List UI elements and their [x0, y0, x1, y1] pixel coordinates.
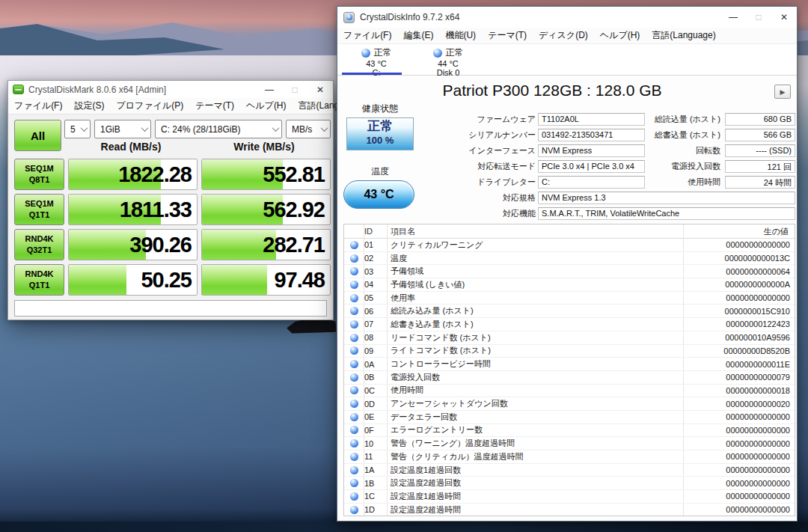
status-orb-icon: [350, 281, 358, 289]
status-orb-icon: [350, 254, 358, 263]
smart-attr-name: 設定温度1超過時間: [388, 491, 683, 502]
smart-attr-raw-value: 0000000015C910: [684, 307, 795, 316]
field-label: ファームウェア: [337, 114, 536, 125]
maximize-button[interactable]: □: [282, 85, 307, 95]
read-result-cell: 50.25: [68, 264, 198, 296]
menu-help[interactable]: ヘルプ(H): [240, 97, 293, 114]
smart-row: 0B 電源投入回数 00000000000079: [344, 371, 795, 385]
host-writes-value: 566 GB: [725, 129, 795, 141]
close-button[interactable]: ✕: [771, 12, 797, 22]
drive-letter-value: C:: [538, 176, 645, 189]
diskmark-titlebar[interactable]: CrystalDiskMark 8.0.6 x64 [Admin] — □ ✕: [8, 81, 333, 98]
diskinfo-window: CrystalDiskInfo 9.7.2 x64 — □ ✕ ファイル(F) …: [337, 6, 798, 522]
field-label: 使用時間: [647, 177, 720, 188]
run-all-button[interactable]: All: [14, 120, 61, 151]
diskinfo-app-icon: [343, 12, 355, 23]
write-result-cell: 562.92: [201, 194, 331, 225]
write-result-cell: 97.48: [201, 264, 331, 296]
write-value: 97.48: [274, 265, 325, 295]
run-rnd4k-q32t1-button[interactable]: RND4K Q32T1: [14, 229, 64, 260]
status-orb-icon: [350, 466, 358, 474]
smart-attr-id: 0D: [364, 400, 387, 409]
run-seq1m-q1t1-button[interactable]: SEQ1M Q1T1: [14, 194, 64, 225]
unit-select[interactable]: MB/s: [286, 120, 331, 138]
menu-edit[interactable]: 編集(E): [397, 27, 439, 44]
status-orb-icon: [350, 492, 358, 501]
smart-row: 0A コントローラービジー時間 0000000000011E: [344, 358, 795, 371]
smart-attr-id: 0C: [364, 386, 387, 395]
diskinfo-menubar: ファイル(F) 編集(E) 機能(U) テーマ(T) ディスク(D) ヘルプ(H…: [337, 28, 797, 44]
minimize-button[interactable]: —: [720, 12, 746, 22]
menu-settings[interactable]: 設定(S): [68, 97, 110, 114]
bench-row-seq1m-q1t1: SEQ1M Q1T1 1811.33 562.92: [14, 194, 331, 225]
diskinfo-titlebar[interactable]: CrystalDiskInfo 9.7.2 x64 — □ ✕: [337, 7, 797, 28]
menu-theme[interactable]: テーマ(T): [189, 97, 240, 114]
test-count-select[interactable]: 5: [64, 120, 91, 138]
field-label: 電源投入回数: [647, 161, 720, 172]
run-rnd4k-q1t1-button[interactable]: RND4K Q1T1: [14, 264, 64, 296]
smart-row: 1D 設定温度2超過時間 00000000000000: [344, 504, 795, 516]
close-button[interactable]: ✕: [307, 85, 333, 95]
menu-language[interactable]: 言語(Language): [646, 27, 721, 44]
smart-attr-id: 1C: [364, 492, 387, 501]
bench-row-rnd4k-q1t1: RND4K Q1T1 50.25 97.48: [14, 264, 331, 296]
drive-tab-disk0[interactable]: 正常 44 °C Disk 0: [412, 44, 484, 75]
menu-file[interactable]: ファイル(F): [337, 27, 397, 44]
smart-attr-id: 07: [364, 319, 387, 328]
maximize-button[interactable]: □: [746, 12, 771, 22]
status-box[interactable]: [14, 300, 327, 317]
firmware-value: T1102A0L: [538, 113, 645, 126]
drive-tab-c[interactable]: 正常 43 °C C:: [340, 44, 412, 75]
field-label: 回転数: [647, 145, 720, 156]
smart-attr-raw-value: 00000000000000: [684, 505, 795, 514]
smart-attr-raw-value: 00000000000000: [684, 293, 795, 302]
status-orb-icon: [350, 506, 358, 514]
menu-function[interactable]: 機能(U): [439, 27, 482, 44]
read-value: 1811.33: [120, 195, 192, 224]
smart-attr-name: リードコマンド数 (ホスト): [388, 332, 683, 343]
menu-help[interactable]: ヘルプ(H): [594, 27, 646, 44]
smart-row: 1A 設定温度1超過回数 00000000000000: [344, 464, 795, 477]
standard-value: NVM Express 1.3: [538, 192, 795, 204]
smart-attr-name: 総書き込み量 (ホスト): [388, 319, 683, 330]
smart-attr-id: 11: [364, 452, 387, 461]
smart-attr-name: 電源投入回数: [388, 372, 683, 383]
smart-attr-raw-value: 0000000000013C: [684, 254, 795, 263]
menu-theme[interactable]: テーマ(T): [482, 27, 533, 44]
drive-title: Patriot P300 128GB : 128.0 GB: [337, 82, 767, 100]
smart-attr-name: 使用時間: [388, 385, 683, 396]
target-drive-select[interactable]: C: 24% (28/118GiB): [155, 120, 282, 138]
run-seq1m-q8t1-button[interactable]: SEQ1M Q8T1: [14, 159, 64, 190]
minimize-button[interactable]: —: [257, 85, 282, 95]
field-label: 総書込量 (ホスト): [647, 129, 720, 141]
drive-tabstrip: 正常 43 °C C: 正常 44 °C Disk 0: [337, 44, 797, 76]
smart-row: 06 総読み込み量 (ホスト) 0000000015C910: [344, 305, 795, 318]
read-result-cell: 1811.33: [68, 194, 198, 225]
menu-profile[interactable]: プロファイル(P): [110, 97, 189, 114]
next-drive-button[interactable]: ▶: [774, 85, 791, 99]
smart-attr-id: 03: [364, 267, 387, 276]
read-value: 1822.28: [118, 159, 192, 189]
smart-attr-raw-value: 00000000000018: [684, 386, 795, 395]
smart-attr-name: 予備領域 (しきい値): [388, 279, 683, 290]
smart-row: 04 予備領域 (しきい値) 0000000000000A: [344, 278, 795, 292]
status-orb-icon: [350, 267, 358, 275]
smart-table-header: ID 項目名 生の値: [344, 224, 795, 239]
menu-file[interactable]: ファイル(F): [8, 97, 68, 114]
smart-attr-raw-value: 00000000000020: [684, 400, 795, 409]
chevron-down-icon: [141, 124, 149, 132]
status-orb-icon: [350, 334, 358, 342]
smart-attr-raw-value: 00000000000000: [684, 240, 795, 249]
write-column-header: Write (MB/s): [198, 141, 331, 153]
smart-attr-raw-value: 0000000000011E: [684, 360, 795, 369]
smart-attr-name: 警告（ワーニング）温度超過時間: [388, 438, 683, 449]
smart-attr-raw-value: 00000000000000: [684, 426, 795, 435]
smart-row: 0E データエラー回数 00000000000000: [344, 411, 795, 424]
status-orb-icon: [350, 453, 358, 461]
menu-disk[interactable]: ディスク(D): [533, 27, 594, 44]
smart-attr-name: コントローラービジー時間: [388, 358, 683, 370]
smart-attr-raw-value: 00000000122423: [684, 319, 795, 328]
smart-attr-id: 08: [364, 333, 387, 342]
test-size-select[interactable]: 1GiB: [94, 120, 151, 138]
diskmark-menubar: ファイル(F) 設定(S) プロファイル(P) テーマ(T) ヘルプ(H) 言語…: [8, 98, 333, 114]
